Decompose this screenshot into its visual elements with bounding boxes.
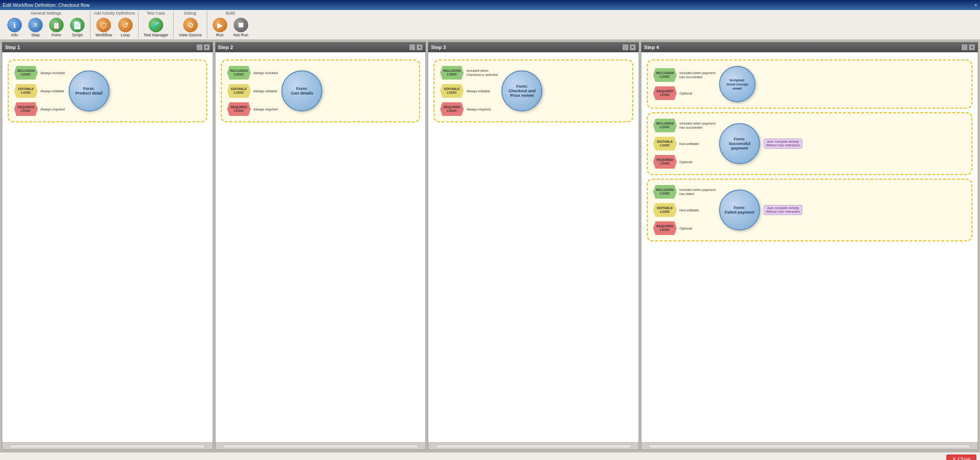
step4a-inclusion-hex[interactable]: INCLUSION LOGIC <box>653 68 677 82</box>
step4c-editable-hex[interactable]: EDITABLE LOGIC <box>653 203 677 217</box>
step4c-form-circle[interactable]: Form:Failed payment <box>719 190 760 230</box>
step2-close[interactable]: ✕ <box>416 44 423 50</box>
step4b-editable-logic: EDITABLE LOGIC Non-editable <box>653 137 699 150</box>
step1-inclusion-logic: INCLUSION LOGIC Always included <box>14 66 65 80</box>
step1-required-hex[interactable]: REQUIRED LOGIC <box>14 102 38 116</box>
step2-required-label: Always required <box>254 107 278 111</box>
close-label: Close <box>958 456 970 460</box>
step4b-inclusion-hex[interactable]: INCLUSION LOGIC <box>653 119 677 132</box>
step3-editable-hex[interactable]: EDITABLE LOGIC <box>440 84 464 98</box>
step4b-editable-hex[interactable]: EDITABLE LOGIC <box>653 137 677 150</box>
toolbar-build-items: ▶ Run ⏹ Not Run <box>210 16 251 39</box>
step3-close[interactable]: ✕ <box>630 44 636 50</box>
form-icon: 📋 <box>49 18 64 32</box>
step2-inclusion-hex[interactable]: INCLUSION LOGIC <box>227 66 251 80</box>
step4c-editable-logic: EDITABLE LOGIC Non-editable <box>653 203 699 217</box>
step4c-editable-label: Non-editable <box>680 208 699 212</box>
workflow-label: Workflow <box>95 33 112 37</box>
toolbar-btn-info[interactable]: ℹ Info <box>5 16 25 39</box>
step4a-required-hex[interactable]: REQUIRED LOGIC <box>653 86 677 100</box>
step-panel-4: Step 4 □ ✕ INCLUSION LOGIC Included when… <box>641 42 978 450</box>
step2-inclusion-logic: INCLUSION LOGIC Always included <box>227 66 278 80</box>
step-icon: ≡ <box>28 18 43 32</box>
notrun-icon: ⏹ <box>234 18 248 32</box>
step4c-inclusion-label: Included when paymenthas failed <box>680 188 715 196</box>
step4-label: Step 4 <box>644 45 659 50</box>
step3-activity-inner: INCLUSION LOGIC Included whenCheckout is… <box>440 66 627 116</box>
step1-inclusion-hex[interactable]: INCLUSION LOGIC <box>14 66 38 80</box>
toolbar-btn-script[interactable]: 📄 Script <box>67 16 87 39</box>
step4-activity-card-b: INCLUSION LOGIC Included when paymenthas… <box>647 112 972 175</box>
step3-activity-card: INCLUSION LOGIC Included whenCheckout is… <box>434 60 633 122</box>
loop-label: Loop <box>121 33 130 37</box>
step3-inclusion-label: Included whenCheckout is selected <box>466 69 498 77</box>
step1-close[interactable]: ✕ <box>204 44 210 50</box>
toolbar-btn-loop[interactable]: ↺ Loop <box>115 16 135 39</box>
toolbar-group-testcase-label: Test Case <box>141 11 171 15</box>
step2-editable-hex[interactable]: EDITABLE LOGIC <box>227 84 251 98</box>
step3-editable-label: Always editable <box>466 89 490 93</box>
step2-editable-logic: EDITABLE LOGIC Always editable <box>227 84 277 98</box>
step3-logic-column: INCLUSION LOGIC Included whenCheckout is… <box>440 66 498 116</box>
step4-minimize[interactable]: □ <box>961 44 968 50</box>
step4-scrollbar[interactable] <box>641 442 978 450</box>
toolbar-debug-items: ⚙ View Source <box>176 16 204 39</box>
toolbar-btn-step[interactable]: ≡ Step <box>25 16 45 39</box>
step2-header: Step 2 □ ✕ <box>215 42 426 52</box>
step2-required-hex[interactable]: REQUIRED LOGIC <box>227 102 251 116</box>
step3-minimize[interactable]: □ <box>622 44 629 50</box>
step3-editable-logic: EDITABLE LOGIC Always editable <box>440 84 490 98</box>
step3-form-circle[interactable]: Form:Checkout andPrice review <box>501 70 542 111</box>
step1-form-circle[interactable]: Form:Product detail <box>69 70 110 111</box>
step4b-required-hex[interactable]: REQUIRED LOGIC <box>653 155 677 169</box>
step3-required-label: Always required <box>466 107 490 111</box>
step4a-form-circle[interactable]: Scripted:Send receiptemail <box>719 66 755 102</box>
step1-scrollbar[interactable] <box>2 442 213 450</box>
toolbar-btn-notrun[interactable]: ⏹ Not Run <box>231 16 251 39</box>
title-bar: Edit Workflow Definition: Checkout flow … <box>0 0 980 10</box>
step4c-inclusion-hex[interactable]: INCLUSION LOGIC <box>653 185 677 199</box>
step4-activity-card-a: INCLUSION LOGIC Included when paymenthas… <box>647 60 972 109</box>
testmanager-icon: 🧪 <box>149 18 163 32</box>
step4b-form-circle[interactable]: Form:Successfulpayment <box>719 123 760 164</box>
step1-editable-logic: EDITABLE LOGIC Always editable <box>14 84 64 98</box>
step4-activity-inner-b: INCLUSION LOGIC Included when paymenthas… <box>653 119 966 169</box>
close-button[interactable]: ✕ Close <box>946 455 976 460</box>
step2-scrollbar[interactable] <box>215 442 426 450</box>
toolbar-btn-testmanager[interactable]: 🧪 Test Manager <box>141 16 171 39</box>
step3-required-hex[interactable]: REQUIRED LOGIC <box>440 102 464 116</box>
viewsource-icon: ⚙ <box>183 18 198 32</box>
info-label: Info <box>11 33 18 37</box>
testmanager-label: Test Manager <box>144 33 169 37</box>
step1-activity-card: INCLUSION LOGIC Always included EDITABLE… <box>8 60 207 122</box>
toolbar-group-general-label: General Settings <box>5 11 87 15</box>
toolbar-group-general: General Settings ℹ Info ≡ Step 📋 Form 📄 … <box>2 11 90 39</box>
toolbar-btn-workflow[interactable]: ⬡ Workflow <box>93 16 115 39</box>
step4-close[interactable]: ✕ <box>969 44 975 50</box>
step4c-inclusion-logic: INCLUSION LOGIC Included when paymenthas… <box>653 185 715 199</box>
toolbar-btn-run[interactable]: ▶ Run <box>210 16 230 39</box>
step3-required-logic: REQUIRED LOGIC Always required <box>440 102 490 116</box>
toolbar-btn-form[interactable]: 📋 Form <box>46 16 66 39</box>
step1-editable-hex[interactable]: EDITABLE LOGIC <box>14 84 38 98</box>
step4c-required-logic: REQUIRED LOGIC Optional <box>653 221 692 235</box>
step1-content: INCLUSION LOGIC Always included EDITABLE… <box>2 52 213 442</box>
step2-form-circle[interactable]: Form:Cart details <box>281 70 322 111</box>
run-label: Run <box>216 33 224 37</box>
step2-minimize[interactable]: □ <box>409 44 415 50</box>
step3-scrollbar[interactable] <box>428 442 639 450</box>
step4a-logic-column: INCLUSION LOGIC Included when paymenthas… <box>653 68 715 100</box>
window-close[interactable]: × <box>975 2 977 8</box>
toolbar-btn-viewsource[interactable]: ⚙ View Source <box>176 16 204 39</box>
step4b-required-label: Optional <box>680 160 692 164</box>
step3-inclusion-hex[interactable]: INCLUSION LOGIC <box>440 66 464 80</box>
step4c-required-hex[interactable]: REQUIRED LOGIC <box>653 221 677 235</box>
step4a-required-label: Optional <box>680 91 692 95</box>
step2-content: INCLUSION LOGIC Always included EDITABLE… <box>215 52 426 442</box>
step4-content: INCLUSION LOGIC Included when paymenthas… <box>641 52 978 442</box>
script-icon: 📄 <box>70 18 85 32</box>
step1-minimize[interactable]: □ <box>196 44 203 50</box>
step-panel-2: Step 2 □ ✕ INCLUSION LOGIC Always includ… <box>215 42 426 450</box>
step1-controls: □ ✕ <box>196 44 210 50</box>
form-label: Form <box>52 33 61 37</box>
